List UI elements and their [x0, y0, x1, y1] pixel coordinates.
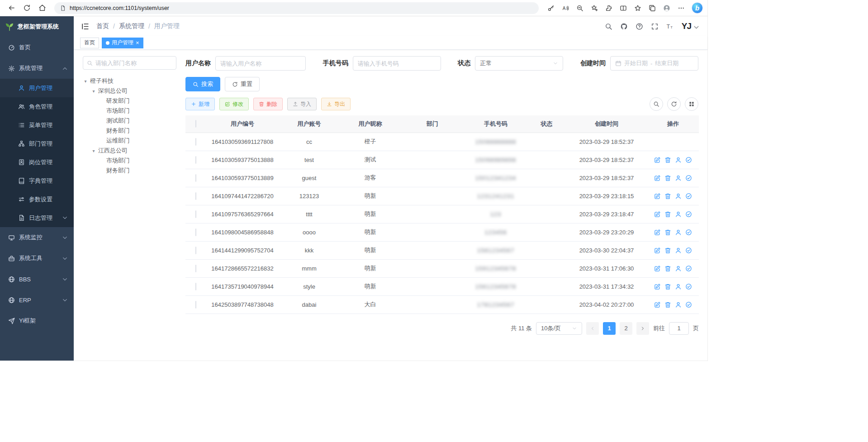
tree-node[interactable]: 运维部门 — [83, 136, 176, 146]
user-icon[interactable] — [675, 265, 682, 272]
sidebar-item[interactable]: 系统工具 — [0, 248, 74, 269]
user-icon[interactable] — [675, 229, 682, 236]
check-circle-icon[interactable] — [685, 211, 692, 218]
username-input[interactable] — [215, 56, 306, 71]
user-avatar[interactable]: YJ — [682, 21, 700, 31]
table-search-toggle-button[interactable] — [650, 97, 663, 111]
sidebar-item[interactable]: 用户管理 — [0, 79, 74, 97]
row-checkbox[interactable] — [195, 138, 196, 146]
delete-icon[interactable] — [664, 283, 671, 290]
row-checkbox[interactable] — [195, 174, 196, 182]
breadcrumb-system[interactable]: 系统管理 — [119, 22, 144, 30]
row-checkbox[interactable] — [195, 301, 196, 309]
tree-node[interactable]: 财务部门 — [83, 166, 176, 176]
header-search-icon[interactable] — [605, 23, 612, 30]
github-icon[interactable] — [620, 23, 628, 30]
fullscreen-icon[interactable] — [651, 23, 659, 30]
favorites-button[interactable] — [631, 2, 645, 14]
app-logo[interactable]: 意框架管理系统 — [0, 16, 74, 37]
sidebar-item[interactable]: 菜单管理 — [0, 116, 74, 134]
delete-icon[interactable] — [664, 265, 671, 272]
sidebar-item[interactable]: ERP — [0, 290, 74, 310]
date-range-picker[interactable]: 开始日期 - 结束日期 — [610, 56, 698, 71]
sidebar-item[interactable]: Yi框架 — [0, 310, 74, 331]
tree-node[interactable]: ▾深圳总公司 — [83, 86, 176, 96]
read-aloud-button[interactable]: A — [559, 2, 572, 14]
sidebar-item[interactable]: 岗位管理 — [0, 153, 74, 171]
page-number-button[interactable]: 2 — [620, 322, 632, 335]
tree-node[interactable]: 测试部门 — [83, 116, 176, 126]
sidebar-item[interactable]: 角色管理 — [0, 97, 74, 116]
collections-button[interactable] — [645, 2, 659, 14]
user-icon[interactable] — [675, 175, 682, 181]
back-button[interactable] — [5, 2, 18, 14]
tag-active[interactable]: 用户管理× — [102, 38, 143, 48]
user-icon[interactable] — [675, 157, 682, 163]
add-favorite-button[interactable] — [588, 2, 601, 14]
goto-page-input[interactable] — [669, 322, 689, 335]
delete-icon[interactable] — [664, 211, 671, 218]
check-circle-icon[interactable] — [685, 283, 692, 290]
row-checkbox[interactable] — [195, 265, 196, 272]
sidebar-item[interactable]: 系统监控 — [0, 227, 74, 248]
delete-icon[interactable] — [664, 247, 671, 254]
edit-icon[interactable] — [654, 301, 661, 308]
prev-page-button[interactable] — [586, 322, 599, 335]
reset-button[interactable]: 重置 — [225, 77, 260, 91]
tree-node[interactable]: 市场部门 — [83, 106, 176, 116]
toolbar-warning-button[interactable]: 导出 — [321, 98, 351, 110]
search-button[interactable]: 搜索 — [185, 77, 220, 91]
edit-icon[interactable] — [654, 283, 661, 290]
row-checkbox[interactable] — [195, 247, 196, 254]
edit-icon[interactable] — [654, 193, 661, 200]
reload-button[interactable] — [20, 2, 33, 14]
split-screen-button[interactable] — [617, 2, 630, 14]
tag-close-icon[interactable]: × — [136, 40, 139, 46]
page-number-button[interactable]: 1 — [603, 322, 616, 335]
browser-menu-button[interactable] — [674, 2, 688, 14]
toolbar-primary-button[interactable]: 新增 — [185, 98, 215, 110]
check-circle-icon[interactable] — [685, 157, 692, 163]
delete-icon[interactable] — [664, 157, 671, 163]
next-page-button[interactable] — [636, 322, 649, 335]
sidebar-item[interactable]: 系统管理 — [0, 58, 74, 79]
table-refresh-button[interactable] — [667, 97, 681, 111]
user-icon[interactable] — [675, 283, 682, 290]
toolbar-info-button[interactable]: 导入 — [287, 98, 317, 110]
page-size-select[interactable]: 10条/页 — [536, 322, 582, 335]
phone-input[interactable] — [353, 56, 441, 71]
user-icon[interactable] — [675, 247, 682, 254]
browser-home-button[interactable] — [35, 2, 49, 14]
check-circle-icon[interactable] — [685, 301, 692, 308]
row-checkbox[interactable] — [195, 192, 196, 200]
edit-icon[interactable] — [654, 211, 661, 218]
sidebar-item[interactable]: BBS — [0, 269, 74, 290]
delete-icon[interactable] — [664, 301, 671, 308]
password-key-button[interactable] — [544, 2, 558, 14]
table-columns-button[interactable] — [685, 97, 698, 111]
help-icon[interactable] — [636, 23, 643, 30]
breadcrumb-home[interactable]: 首页 — [96, 22, 109, 30]
row-checkbox[interactable] — [195, 283, 196, 290]
extensions-button[interactable] — [602, 2, 616, 14]
sidebar-item[interactable]: 部门管理 — [0, 134, 74, 153]
edit-icon[interactable] — [654, 157, 661, 163]
check-circle-icon[interactable] — [685, 175, 692, 181]
toolbar-success-button[interactable]: 修改 — [219, 98, 249, 110]
row-checkbox[interactable] — [195, 228, 196, 236]
check-circle-icon[interactable] — [685, 247, 692, 254]
sidebar-item[interactable]: 首页 — [0, 37, 74, 58]
zoom-button[interactable] — [573, 2, 587, 14]
edit-icon[interactable] — [654, 247, 661, 254]
delete-icon[interactable] — [664, 175, 671, 181]
delete-icon[interactable] — [664, 229, 671, 236]
font-size-icon[interactable]: TT — [666, 23, 674, 30]
user-icon[interactable] — [675, 211, 682, 218]
delete-icon[interactable] — [664, 193, 671, 200]
browser-profile-button[interactable] — [660, 2, 674, 14]
tree-node[interactable]: 研发部门 — [83, 96, 176, 106]
sidebar-item[interactable]: 字典管理 — [0, 171, 74, 190]
status-select[interactable]: 正常 — [475, 56, 563, 71]
address-bar[interactable]: https://ccnetcore.com:1101/system/user — [54, 2, 539, 14]
tag-item[interactable]: 首页 — [80, 38, 99, 48]
